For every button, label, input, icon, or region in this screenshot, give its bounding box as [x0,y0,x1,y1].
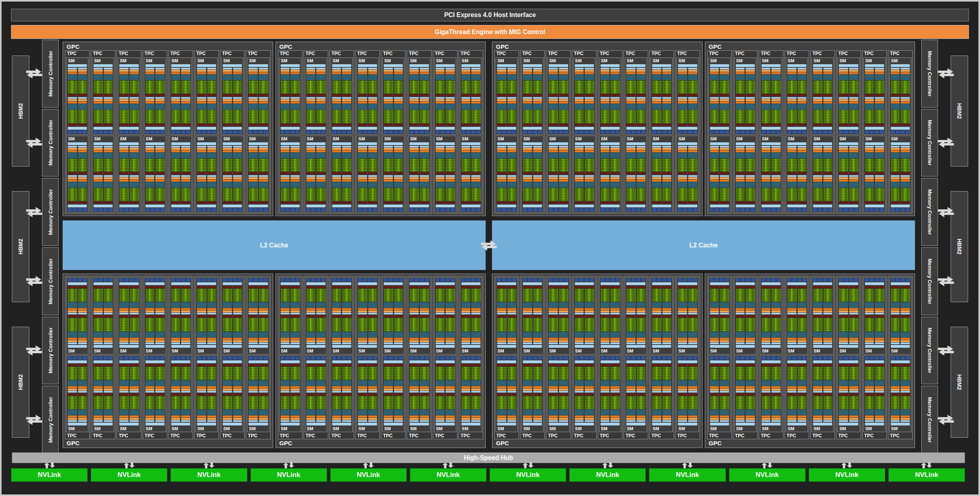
tex-unit [632,356,635,360]
sm-processing-block-row [865,393,884,422]
sm-processing-block-row [306,315,325,344]
sm-processing-block [342,315,351,344]
register-file-block [145,302,155,308]
dispatch-unit-bar [891,180,900,182]
l0-instruction-cache-bar [507,146,517,147]
dispatch-unit-bar [94,338,103,340]
sm-processing-block [746,146,755,174]
l1-instruction-cache-bar [171,64,190,67]
tex-unit-row [410,130,429,134]
dispatch-unit-bar [394,386,403,388]
sm-processing-block [787,97,796,126]
core-array-block [710,188,719,201]
warp-scheduler-bar [223,310,232,312]
sm-processing-block [839,286,848,314]
l2-cache-row: L2 Cache L2 Cache [63,220,915,270]
tex-unit-row [306,208,325,211]
warp-scheduler-bar [823,70,833,72]
tex-unit [880,356,884,360]
ldst-sfu-bar [585,364,594,366]
tpc-block: TPCSMSM [888,276,913,439]
warp-scheduler-bar [678,148,687,150]
core-array-block [637,289,646,302]
sm-processing-block [497,315,506,344]
sm-processing-block-row [145,364,165,393]
core-array-block [865,396,874,409]
l0-instruction-cache-bar [839,175,848,177]
memory-controller-label: Memory Controller [48,120,54,166]
sm-processing-block-row [94,393,113,422]
tex-unit [533,208,537,211]
tex-unit-row [678,278,697,282]
sm-processing-block [233,286,242,314]
core-array-block [601,396,610,409]
sm-processing-block [720,68,729,96]
l0-instruction-cache-bar [720,343,729,344]
dispatch-unit-bar [368,101,377,103]
l1-data-cache-bar [736,205,755,207]
l1-data-cache-bar [678,360,697,363]
sm-processing-block [601,315,610,344]
sm-processing-block [155,315,165,344]
warp-scheduler-bar [342,177,351,179]
sm-processing-block-row [736,68,755,96]
nvlink-label: NVLink [357,471,380,479]
sm-processing-block-row [497,393,516,422]
core-array-block [291,188,300,201]
sm-processing-block [533,286,542,314]
dispatch-unit-bar [601,72,610,74]
sm-label: SM [813,349,832,354]
tex-unit [854,208,858,211]
sm-processing-block [104,364,113,393]
sm-processing-block [549,97,558,126]
sm-block: SM [573,355,595,433]
sm-processing-block-row [119,364,138,393]
l0-instruction-cache-bar [342,391,351,393]
sm-processing-block [523,315,532,344]
dispatch-unit-bar [259,416,268,417]
core-array-block [436,80,445,94]
gpc-label: GPC [707,43,913,50]
register-file-block [384,75,393,80]
sm-label: SM [436,349,455,354]
sm-processing-block-row [865,315,884,344]
warp-scheduler-bar [249,177,258,179]
sm-processing-block [813,315,822,344]
warp-scheduler-bar [720,418,729,420]
sm-processing-block-row [865,364,884,393]
dispatch-unit-bar [207,386,216,388]
warp-scheduler-bar [720,99,729,101]
ldst-sfu-bar [410,393,419,396]
register-file-block [332,104,341,109]
memory-controller-block: Memory Controller [42,40,59,107]
core-array-block [233,110,242,123]
l0-instruction-cache-bar [394,175,403,177]
dispatch-unit-bar [446,386,455,388]
l0-instruction-cache-bar [446,68,455,69]
sm-processing-block [771,68,781,96]
sm-processing-block [813,175,822,204]
l1-instruction-cache-bar [678,64,697,67]
dispatch-unit-bar [291,101,300,103]
dispatch-unit-bar [652,386,661,388]
ldst-sfu-bar [626,315,635,318]
sm-processing-block [901,393,910,422]
register-file-block [291,380,300,386]
dispatch-unit-bar [678,386,687,388]
register-file-block [637,302,646,308]
dispatch-unit-bar [155,308,165,310]
ldst-sfu-bar [78,124,87,126]
sm-processing-block [626,97,635,126]
core-array-block [652,80,661,94]
register-file-block [471,104,480,109]
sm-processing-block [332,68,341,96]
tex-unit-row [678,356,697,360]
sm-processing-block [559,393,568,422]
dispatch-unit-bar [104,416,113,417]
dispatch-unit-bar [637,338,646,340]
tex-unit-row [736,356,755,360]
sm-processing-block [436,97,445,126]
register-file-block [662,153,672,158]
sm-processing-block-row [94,364,113,393]
tex-unit [710,356,714,360]
